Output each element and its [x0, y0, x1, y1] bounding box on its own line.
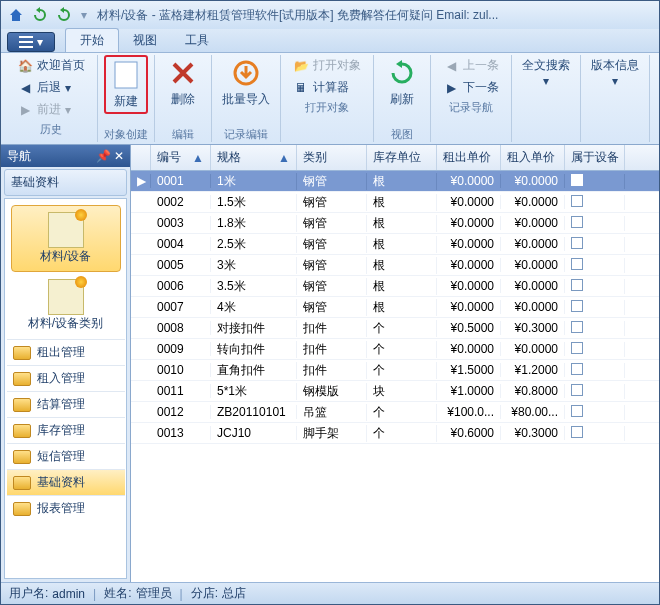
- window-title: 材料/设备 - 蓝格建材租赁管理软件[试用版本] 免费解答任何疑问 Email:…: [97, 7, 655, 24]
- folder-icon: [13, 476, 31, 490]
- reload-icon[interactable]: [29, 5, 51, 25]
- ribbon-tabs: ▾ 开始 视图 工具: [1, 29, 659, 53]
- open-icon: 📂: [293, 58, 309, 74]
- checkbox[interactable]: [571, 405, 583, 417]
- folder-icon: [13, 398, 31, 412]
- grid-body[interactable]: ▶00011米钢管根¥0.0000¥0.000000021.5米钢管根¥0.00…: [131, 171, 659, 582]
- pin-icon[interactable]: 📌 ✕: [96, 149, 124, 163]
- reload-alt-icon[interactable]: [53, 5, 75, 25]
- sidebar: 导航📌 ✕ 基础资料 材料/设备 材料/设备类别 租出管理租入管理结算管理库存管…: [1, 145, 131, 582]
- sidebar-item[interactable]: 租出管理: [7, 339, 125, 365]
- sidebar-big-category[interactable]: 材料/设备类别: [11, 272, 121, 339]
- svg-rect-0: [19, 36, 33, 38]
- forward-icon: ▶: [17, 102, 33, 118]
- table-row[interactable]: 00115*1米钢模版块¥1.0000¥0.8000: [131, 381, 659, 402]
- checkbox[interactable]: [571, 321, 583, 333]
- fulltext-search-button[interactable]: 全文搜索▾: [518, 55, 574, 90]
- checkbox[interactable]: [571, 342, 583, 354]
- prev-icon: ◀: [443, 58, 459, 74]
- refresh-icon: [386, 57, 418, 89]
- sidebar-item[interactable]: 基础资料: [7, 469, 125, 495]
- new-button[interactable]: 新建: [104, 55, 148, 114]
- app-menu-button[interactable]: ▾: [7, 32, 55, 52]
- folder-icon: [13, 502, 31, 516]
- col-is-equip[interactable]: 属于设备: [565, 145, 625, 170]
- open-object-button[interactable]: 📂打开对象: [287, 55, 367, 76]
- table-row[interactable]: 00021.5米钢管根¥0.0000¥0.0000: [131, 192, 659, 213]
- import-icon: [230, 57, 262, 89]
- grid-header: 编号▲ 规格▲ 类别 库存单位 租出单价 租入单价 属于设备: [131, 145, 659, 171]
- col-category[interactable]: 类别: [297, 145, 367, 170]
- home-page-button[interactable]: 🏠欢迎首页: [11, 55, 91, 76]
- sidebar-group-base[interactable]: 基础资料: [4, 169, 127, 196]
- tab-start[interactable]: 开始: [65, 28, 119, 52]
- sidebar-item[interactable]: 报表管理: [7, 495, 125, 521]
- checkbox[interactable]: [571, 279, 583, 291]
- delete-button[interactable]: 删除: [161, 55, 205, 110]
- checkbox[interactable]: [571, 237, 583, 249]
- col-in-price[interactable]: 租入单价: [501, 145, 565, 170]
- back-button[interactable]: ◀后退 ▾: [11, 77, 91, 98]
- folder-icon: [13, 424, 31, 438]
- sidebar-item[interactable]: 库存管理: [7, 417, 125, 443]
- sort-asc-icon: ▲: [278, 151, 290, 165]
- import-button[interactable]: 批量导入: [218, 55, 274, 110]
- ribbon: 🏠欢迎首页 ◀后退 ▾ ▶前进 ▾ 历史 新建 对象创建 删除 编辑 批量导入 …: [1, 53, 659, 145]
- sidebar-big-material[interactable]: 材料/设备: [11, 205, 121, 272]
- next-record-button[interactable]: ▶下一条: [437, 77, 505, 98]
- col-id[interactable]: 编号▲: [151, 145, 211, 170]
- table-row[interactable]: 00042.5米钢管根¥0.0000¥0.0000: [131, 234, 659, 255]
- version-info-button[interactable]: 版本信息▾: [587, 55, 643, 90]
- col-out-price[interactable]: 租出单价: [437, 145, 501, 170]
- new-doc-icon: [110, 59, 142, 91]
- checkbox[interactable]: [571, 384, 583, 396]
- refresh-button[interactable]: 刷新: [380, 55, 424, 110]
- titlebar: ▾ 材料/设备 - 蓝格建材租赁管理软件[试用版本] 免费解答任何疑问 Emai…: [1, 1, 659, 29]
- sidebar-item[interactable]: 租入管理: [7, 365, 125, 391]
- prev-record-button[interactable]: ◀上一条: [437, 55, 505, 76]
- table-row[interactable]: 0008对接扣件扣件个¥0.5000¥0.3000: [131, 318, 659, 339]
- table-row[interactable]: 0012ZB20110101吊篮个¥100.0...¥80.00...: [131, 402, 659, 423]
- checkbox[interactable]: [571, 216, 583, 228]
- sort-asc-icon: ▲: [192, 151, 204, 165]
- data-grid: 编号▲ 规格▲ 类别 库存单位 租出单价 租入单价 属于设备 ▶00011米钢管…: [131, 145, 659, 582]
- table-row[interactable]: 00031.8米钢管根¥0.0000¥0.0000: [131, 213, 659, 234]
- category-icon: [48, 279, 84, 315]
- back-icon: ◀: [17, 80, 33, 96]
- home-icon[interactable]: [5, 5, 27, 25]
- checkbox[interactable]: [571, 258, 583, 270]
- svg-rect-3: [115, 62, 137, 88]
- row-selector-header[interactable]: [131, 145, 151, 170]
- sidebar-item[interactable]: 短信管理: [7, 443, 125, 469]
- home-icon: 🏠: [17, 58, 33, 74]
- checkbox[interactable]: [571, 174, 583, 186]
- folder-icon: [13, 450, 31, 464]
- forward-button[interactable]: ▶前进 ▾: [11, 99, 91, 120]
- folder-icon: [13, 346, 31, 360]
- table-row[interactable]: 0013JCJ10脚手架个¥0.6000¥0.3000: [131, 423, 659, 444]
- main-area: 导航📌 ✕ 基础资料 材料/设备 材料/设备类别 租出管理租入管理结算管理库存管…: [1, 145, 659, 582]
- svg-rect-2: [19, 46, 33, 48]
- checkbox[interactable]: [571, 363, 583, 375]
- checkbox[interactable]: [571, 426, 583, 438]
- next-icon: ▶: [443, 80, 459, 96]
- col-unit[interactable]: 库存单位: [367, 145, 437, 170]
- table-row[interactable]: 00063.5米钢管根¥0.0000¥0.0000: [131, 276, 659, 297]
- table-row[interactable]: 00053米钢管根¥0.0000¥0.0000: [131, 255, 659, 276]
- tab-view[interactable]: 视图: [119, 29, 171, 52]
- sidebar-item[interactable]: 结算管理: [7, 391, 125, 417]
- svg-rect-1: [19, 41, 33, 43]
- tab-tools[interactable]: 工具: [171, 29, 223, 52]
- table-row[interactable]: ▶00011米钢管根¥0.0000¥0.0000: [131, 171, 659, 192]
- delete-icon: [167, 57, 199, 89]
- calculator-button[interactable]: 🖩计算器: [287, 77, 367, 98]
- table-row[interactable]: 00074米钢管根¥0.0000¥0.0000: [131, 297, 659, 318]
- calc-icon: 🖩: [293, 80, 309, 96]
- checkbox[interactable]: [571, 195, 583, 207]
- table-row[interactable]: 0010直角扣件扣件个¥1.5000¥1.2000: [131, 360, 659, 381]
- col-spec[interactable]: 规格▲: [211, 145, 297, 170]
- folder-icon: [13, 372, 31, 386]
- status-bar: 用户名: admin | 姓名: 管理员 | 分店: 总店: [1, 582, 659, 604]
- table-row[interactable]: 0009转向扣件扣件个¥0.0000¥0.0000: [131, 339, 659, 360]
- checkbox[interactable]: [571, 300, 583, 312]
